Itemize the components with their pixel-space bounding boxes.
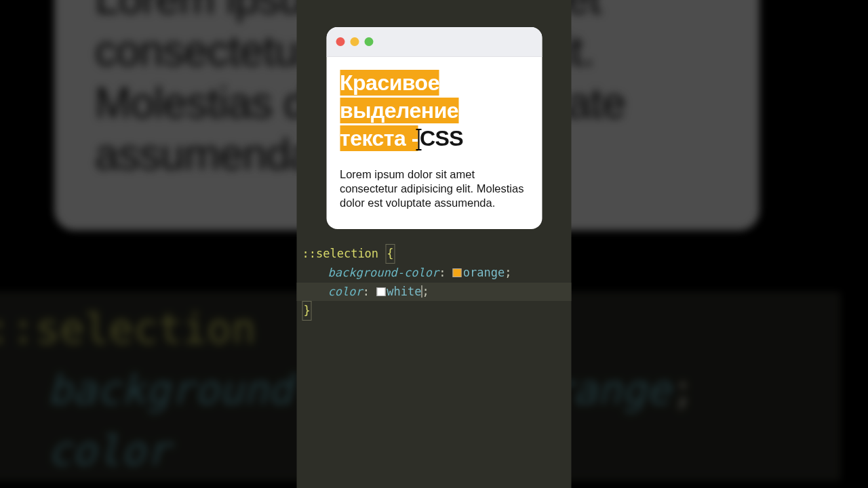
code-val-color: white <box>387 285 421 298</box>
color-swatch-icon <box>453 268 462 277</box>
brace-close: } <box>302 301 312 321</box>
headline[interactable]: Красивое выделение текста -CSS <box>340 69 528 152</box>
foreground-column: Красивое выделение текста -CSS Lorem ips… <box>297 0 572 488</box>
browser-window: Красивое выделение текста -CSS Lorem ips… <box>326 27 542 229</box>
headline-rest-text: CSS <box>420 126 463 150</box>
code-line-2[interactable]: background-color: orange; <box>302 264 566 282</box>
code-line-1[interactable]: ::selection { <box>302 244 566 264</box>
code-editor[interactable]: ::selection { background-color: orange; … <box>297 244 572 326</box>
text-cursor-icon <box>418 130 420 149</box>
code-prop-bg: background-color <box>328 266 439 279</box>
color-swatch-icon <box>376 287 385 296</box>
code-line-3[interactable]: color: white; <box>297 283 572 301</box>
browser-content: Красивое выделение текста -CSS Lorem ips… <box>326 57 542 229</box>
minimize-icon[interactable] <box>350 37 359 46</box>
paragraph[interactable]: Lorem ipsum dolor sit amet consectetur a… <box>340 167 528 210</box>
brace-open: { <box>385 244 395 264</box>
code-prop-color: color <box>328 285 363 298</box>
code-line-4[interactable]: } <box>302 301 566 321</box>
code-val-bg: orange <box>463 266 505 279</box>
window-titlebar <box>326 27 542 57</box>
code-selector: ::selection <box>302 247 379 260</box>
close-icon[interactable] <box>336 37 344 46</box>
maximize-icon[interactable] <box>364 37 373 46</box>
